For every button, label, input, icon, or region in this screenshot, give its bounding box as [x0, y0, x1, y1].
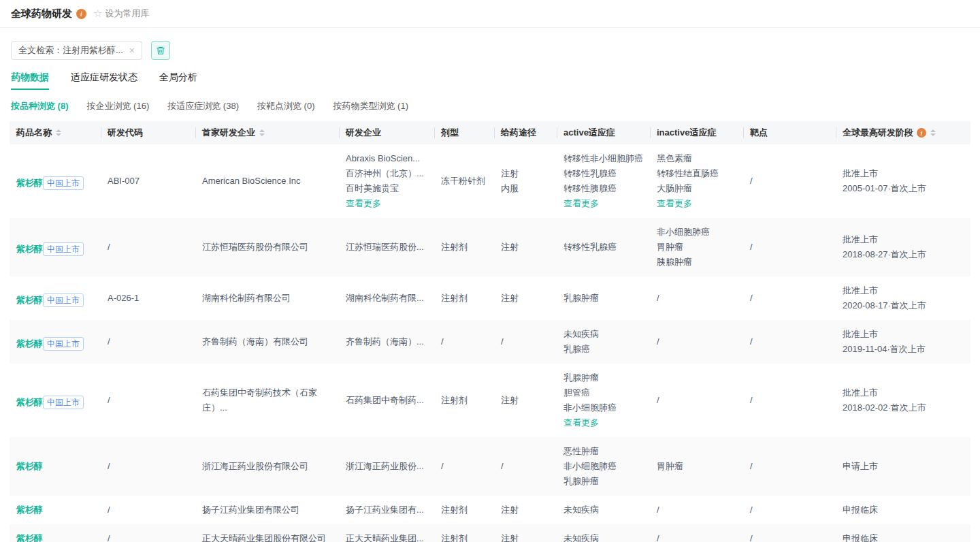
route-cell: 注射	[494, 503, 557, 517]
sort-icon[interactable]	[56, 129, 61, 136]
company-cell: 齐鲁制药（海南）...	[339, 334, 434, 349]
route-cell: /	[494, 459, 557, 474]
route-cell: 注射内服	[494, 166, 557, 196]
column-header-8: inactive适应症	[650, 121, 743, 144]
search-filter-chip[interactable]: 全文检索：注射用紫杉醇... ×	[11, 41, 142, 60]
active-indication-item: 转移性乳腺癌	[564, 240, 644, 255]
tab-indication-rd-status[interactable]: 适应症研发状态	[71, 71, 137, 90]
sort-icon[interactable]	[930, 129, 936, 136]
china-listed-badge: 中国上市	[43, 337, 84, 351]
inactive-indication-item: /	[657, 334, 738, 349]
stage-cell: 申请上市	[836, 459, 970, 474]
company-item: Abraxis BioScien...	[346, 151, 429, 166]
view-more-link[interactable]: 查看更多	[564, 415, 644, 430]
active-indication-cell: 未知疾病	[557, 531, 650, 542]
column-label: active适应症	[564, 127, 615, 139]
info-icon[interactable]: i	[76, 9, 86, 19]
dosage-form-cell: 注射剂	[434, 531, 494, 542]
inactive-indication-item: 转移性结直肠癌	[657, 166, 738, 181]
star-icon[interactable]: ☆	[93, 7, 102, 20]
dosage-form-cell: /	[434, 334, 494, 349]
favorite-library-button[interactable]: 设为常用库	[105, 7, 149, 20]
company-item: 江苏恒瑞医药股份...	[346, 240, 429, 255]
inactive-indication-cell: 非小细胞肺癌胃肿瘤胰腺肿瘤	[650, 225, 743, 270]
drug-name-cell: 紫杉醇	[10, 503, 101, 517]
info-icon[interactable]: i	[917, 128, 926, 138]
dosage-form-cell: 冻干粉针剂	[434, 174, 494, 189]
stage-cell: 批准上市2018-02-02·首次上市	[836, 385, 970, 415]
column-label: 研发代码	[108, 127, 143, 139]
drug-name-cell: 紫杉醇中国上市	[10, 238, 101, 257]
table-row: 紫杉醇/扬子江药业集团有限公司扬子江药业集团有...注射剂注射未知疾病//申报临…	[10, 496, 970, 524]
route-item: 注射	[501, 291, 551, 306]
company-cell: 江苏恒瑞医药股份...	[339, 240, 434, 255]
rd-code-cell: /	[101, 334, 195, 349]
drug-name-link[interactable]: 紫杉醇	[16, 459, 43, 474]
company-cell: 石药集团中奇制药...	[339, 393, 434, 408]
route-item: 注射	[501, 393, 551, 408]
tab-global-analysis[interactable]: 全局分析	[159, 71, 197, 90]
subtab-by-company[interactable]: 按企业浏览 (16)	[87, 100, 150, 112]
column-header-4: 研发企业	[339, 121, 434, 144]
stage-date: 2018-02-02·首次上市	[843, 400, 965, 415]
close-icon[interactable]: ×	[129, 46, 135, 55]
route-cell: 注射	[494, 531, 557, 542]
column-label: 全球最高研发阶段	[843, 127, 913, 139]
inactive-indication-cell: /	[650, 334, 743, 349]
active-indication-item: 转移性乳腺癌	[564, 166, 644, 181]
sort-asc-icon	[930, 129, 936, 132]
company-item: 齐鲁制药（海南）...	[346, 334, 429, 349]
table-row: 紫杉醇/浙江海正药业股份有限公司浙江海正药业股份...//恶性肿瘤非小细胞肺癌乳…	[10, 437, 970, 496]
target-cell: /	[743, 291, 836, 306]
company-cell: 浙江海正药业股份...	[339, 459, 434, 474]
active-indication-item: 转移性非小细胞肺癌	[564, 151, 644, 166]
target-cell: /	[743, 531, 836, 542]
stage-name: 申请上市	[843, 459, 965, 474]
rd-code-cell: A-026-1	[101, 291, 195, 306]
rd-code-cell: /	[101, 459, 195, 474]
company-item: 石药集团中奇制药...	[346, 393, 429, 408]
view-more-link[interactable]: 查看更多	[657, 196, 738, 211]
active-indication-item: 未知疾病	[564, 531, 644, 542]
stage-name: 申报临床	[843, 503, 965, 517]
subtab-by-drug-type[interactable]: 按药物类型浏览 (1)	[333, 100, 408, 112]
view-more-link[interactable]: 查看更多	[346, 196, 429, 211]
tab-drug-data[interactable]: 药物数据	[11, 71, 49, 90]
route-item: 注射	[501, 166, 551, 181]
drug-name-link[interactable]: 紫杉醇	[16, 242, 43, 257]
active-indication-item: 非小细胞肺癌	[564, 459, 644, 474]
filter-chip-text: 全文检索：注射用紫杉醇...	[18, 44, 123, 57]
inactive-indication-item: 胃肿瘤	[657, 459, 738, 474]
table-row: 紫杉醇中国上市/江苏恒瑞医药股份有限公司江苏恒瑞医药股份...注射剂注射转移性乳…	[10, 218, 970, 276]
drug-name-link[interactable]: 紫杉醇	[16, 531, 43, 542]
drug-name-cell: 紫杉醇中国上市	[10, 333, 101, 351]
company-item: 浙江海正药业股份...	[346, 459, 429, 474]
active-indication-item: 乳腺肿瘤	[564, 370, 644, 385]
company-cell: 扬子江药业集团有...	[339, 503, 434, 517]
route-cell: /	[494, 334, 557, 349]
drug-name-link[interactable]: 紫杉醇	[16, 395, 43, 410]
stage-cell: 批准上市2019-11-04·首次上市	[836, 327, 970, 357]
drug-name-link[interactable]: 紫杉醇	[16, 293, 43, 308]
clear-filters-button[interactable]	[151, 41, 170, 60]
subtab-by-target[interactable]: 按靶点浏览 (0)	[257, 100, 315, 112]
first-company-cell: 浙江海正药业股份有限公司	[195, 459, 339, 474]
stage-name: 批准上市	[843, 232, 965, 247]
drug-name-link[interactable]: 紫杉醇	[16, 336, 43, 351]
china-listed-badge: 中国上市	[43, 293, 84, 307]
active-indication-cell: 乳腺肿瘤胆管癌非小细胞肺癌查看更多	[557, 370, 650, 430]
subtab-by-variety[interactable]: 按品种浏览 (8)	[11, 100, 69, 112]
active-indication-item: 胆管癌	[564, 385, 644, 400]
stage-name: 批准上市	[843, 283, 965, 298]
table-row: 紫杉醇中国上市ABI-007American BioScience IncAbr…	[10, 144, 970, 218]
table-header-row: 药品名称研发代码首家研发企业研发企业剂型给药途径active适应症inactiv…	[10, 121, 970, 144]
drug-name-link[interactable]: 紫杉醇	[16, 176, 43, 191]
company-item: 湖南科伦制药有限...	[346, 291, 429, 306]
sort-icon[interactable]	[259, 129, 265, 136]
column-label: 靶点	[750, 127, 768, 139]
drug-name-link[interactable]: 紫杉醇	[16, 503, 43, 517]
view-more-link[interactable]: 查看更多	[564, 196, 644, 211]
route-item: /	[501, 334, 551, 349]
subtab-by-indication[interactable]: 按适应症浏览 (38)	[167, 100, 239, 112]
column-header-2: 研发代码	[101, 121, 195, 144]
